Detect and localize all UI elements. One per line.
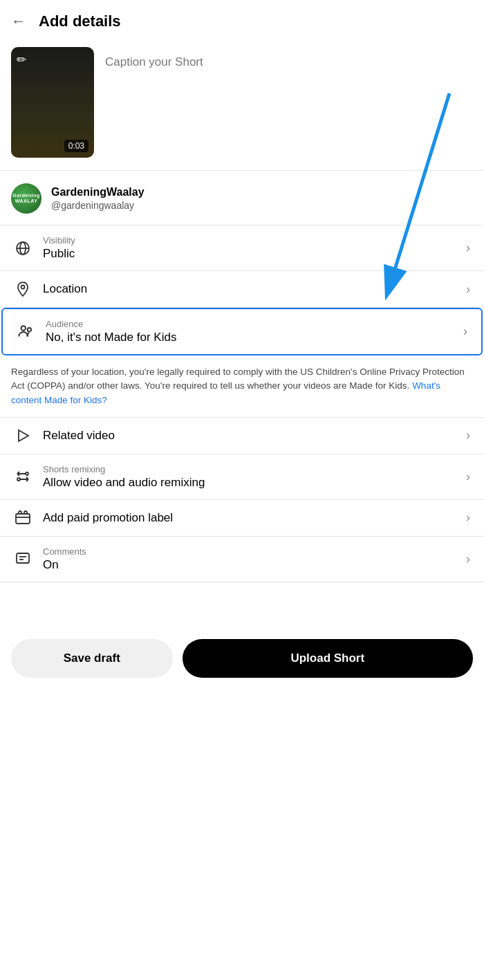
paid-promotion-row[interactable]: Add paid promotion label ›: [0, 500, 484, 537]
svg-marker-8: [19, 430, 28, 441]
svg-point-6: [21, 326, 26, 331]
audience-section: Audience No, it's not Made for Kids ›: [0, 308, 484, 355]
avatar-label-1: Gardening: [12, 193, 40, 198]
location-content: Location: [43, 282, 460, 296]
audience-icon: [14, 323, 37, 341]
visibility-row[interactable]: Visibility Public ›: [0, 225, 484, 271]
shorts-remixing-row[interactable]: Shorts remixing Allow video and audio re…: [0, 454, 484, 500]
svg-point-10: [17, 478, 20, 481]
remix-icon: [11, 468, 35, 485]
audience-row[interactable]: Audience No, it's not Made for Kids ›: [1, 308, 483, 355]
shorts-remixing-chevron: ›: [466, 470, 470, 484]
avatar: Gardening WAALAY: [11, 183, 41, 214]
comments-content: Comments On: [43, 546, 460, 572]
play-icon: [11, 427, 35, 444]
location-value: Location: [43, 282, 460, 296]
shorts-remixing-content: Shorts remixing Allow video and audio re…: [43, 464, 460, 490]
account-handle: @gardeningwaalay: [51, 200, 145, 211]
related-video-chevron: ›: [466, 428, 470, 443]
shorts-remixing-label: Shorts remixing: [43, 464, 460, 474]
paid-promotion-content: Add paid promotion label: [43, 511, 460, 525]
comments-label: Comments: [43, 546, 460, 557]
location-row[interactable]: Location ›: [0, 271, 484, 308]
top-section: ✏ 0:03: [0, 40, 484, 171]
audience-label: Audience: [46, 319, 458, 329]
back-button[interactable]: ←: [11, 12, 26, 30]
page-title: Add details: [39, 12, 121, 30]
coppa-text: Regardless of your location, you're lega…: [11, 367, 465, 391]
audience-value: No, it's not Made for Kids: [46, 331, 458, 344]
paid-promotion-value: Add paid promotion label: [43, 511, 460, 525]
related-video-content: Related video: [43, 429, 460, 443]
svg-rect-11: [16, 514, 30, 524]
coppa-notice: Regardless of your location, you're lega…: [0, 355, 484, 418]
save-draft-button[interactable]: Save draft: [11, 639, 173, 678]
avatar-image: Gardening WAALAY: [11, 183, 41, 214]
related-video-value: Related video: [43, 429, 460, 443]
account-row: Gardening WAALAY GardeningWaalay @garden…: [0, 171, 484, 225]
svg-point-3: [21, 286, 25, 289]
avatar-label-2: WAALAY: [15, 198, 38, 204]
header: ← Add details: [0, 0, 484, 40]
audience-content: Audience No, it's not Made for Kids: [46, 319, 458, 344]
svg-rect-13: [17, 553, 29, 563]
location-icon: [11, 281, 35, 297]
globe-icon: [11, 240, 35, 257]
location-chevron: ›: [466, 282, 470, 297]
spacer: [0, 582, 484, 624]
promotion-icon: [11, 510, 35, 526]
visibility-content: Visibility Public: [43, 235, 460, 261]
comments-row[interactable]: Comments On ›: [0, 537, 484, 582]
visibility-chevron: ›: [466, 241, 470, 255]
comments-chevron: ›: [466, 552, 470, 566]
bottom-bar: Save draft Upload Short: [0, 624, 484, 697]
svg-point-7: [28, 328, 31, 331]
comment-icon: [11, 551, 35, 567]
shorts-remixing-value: Allow video and audio remixing: [43, 476, 460, 490]
visibility-value: Public: [43, 247, 460, 261]
comments-value: On: [43, 558, 460, 572]
paid-promotion-chevron: ›: [466, 510, 470, 525]
video-duration: 0:03: [64, 140, 89, 152]
video-thumbnail[interactable]: ✏ 0:03: [11, 47, 94, 158]
audience-chevron: ›: [463, 324, 467, 339]
upload-short-button[interactable]: Upload Short: [183, 639, 473, 678]
visibility-label: Visibility: [43, 235, 460, 246]
caption-input[interactable]: [105, 47, 470, 75]
account-info: GardeningWaalay @gardeningwaalay: [51, 186, 145, 211]
account-name: GardeningWaalay: [51, 186, 145, 198]
related-video-row[interactable]: Related video ›: [0, 418, 484, 454]
svg-point-9: [26, 472, 28, 475]
edit-icon: ✏: [17, 53, 26, 67]
